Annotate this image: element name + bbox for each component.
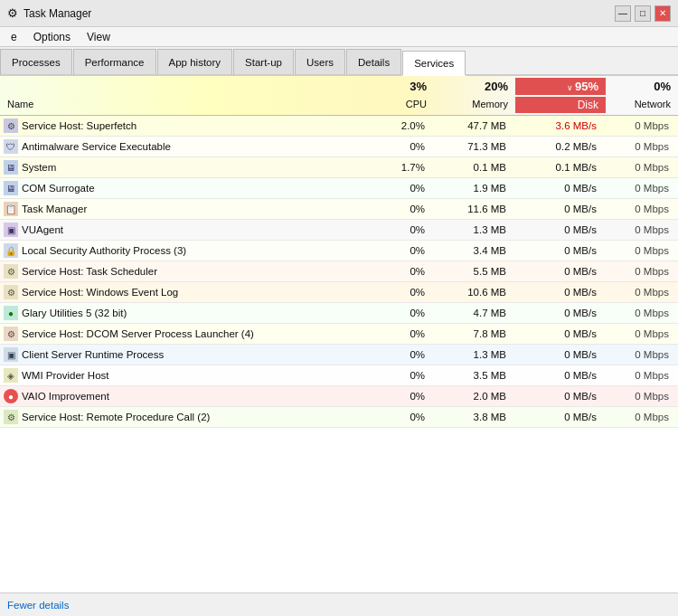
table-row[interactable]: ◈ WMI Provider Host 0% 3.5 MB 0 MB/s 0 M… — [0, 365, 678, 386]
process-memory: 0.1 MB — [434, 160, 515, 175]
process-cpu: 0% — [362, 139, 434, 154]
table-row[interactable]: ⚙ Service Host: DCOM Server Process Laun… — [0, 324, 678, 345]
table-row[interactable]: ▣ Client Server Runtime Process 0% 1.3 M… — [0, 345, 678, 365]
col-network-percent[interactable]: 0% — [606, 78, 678, 95]
process-name-label: VAIO Improvement — [22, 391, 109, 402]
process-disk: 0 MB/s — [515, 243, 606, 258]
process-cpu: 0% — [362, 306, 434, 320]
process-name-cell: ⚙ Service Host: DCOM Server Process Laun… — [0, 325, 362, 343]
process-name-cell: 🔒 Local Security Authority Process (3) — [0, 242, 362, 260]
process-name-cell: ⚙ Service Host: Windows Event Log — [0, 283, 362, 301]
process-network: 0 Mbps — [606, 368, 678, 383]
menu-item-options[interactable]: Options — [26, 29, 78, 45]
table-row[interactable]: ▣ VUAgent 0% 1.3 MB 0 MB/s 0 Mbps — [0, 220, 678, 241]
table-row[interactable]: ⚙ Service Host: Remote Procedure Call (2… — [0, 407, 678, 428]
col-cpu-percent[interactable]: 3% — [362, 78, 434, 95]
process-name-label: Service Host: Remote Procedure Call (2) — [22, 412, 210, 422]
table-row[interactable]: 🛡 Antimalware Service Executable 0% 71.3… — [0, 137, 678, 157]
process-name-label: Service Host: DCOM Server Process Launch… — [22, 328, 254, 339]
process-cpu: 2.0% — [362, 118, 434, 133]
process-icon: ▣ — [4, 347, 18, 362]
process-network: 0 Mbps — [606, 243, 678, 258]
tab-details[interactable]: Details — [346, 49, 401, 74]
process-icon: ⚙ — [4, 410, 18, 424]
process-memory: 5.5 MB — [434, 264, 515, 279]
process-icon: ⚙ — [4, 327, 18, 341]
process-disk: 3.6 MB/s — [515, 118, 606, 133]
table-row[interactable]: ⚙ Service Host: Windows Event Log 0% 10.… — [0, 282, 678, 303]
col-network-label[interactable]: Network — [606, 97, 678, 113]
menu-item-view[interactable]: View — [80, 29, 118, 45]
process-network: 0 Mbps — [606, 118, 678, 133]
fewer-details-link[interactable]: Fewer details — [7, 600, 69, 611]
table-row[interactable]: ⚙ Service Host: Superfetch 2.0% 47.7 MB … — [0, 116, 678, 137]
tabs-bar: Processes Performance App history Start-… — [0, 47, 678, 76]
process-memory: 1.3 MB — [434, 223, 515, 237]
process-disk: 0 MB/s — [515, 181, 606, 195]
table-row[interactable]: 🖥 COM Surrogate 0% 1.9 MB 0 MB/s 0 Mbps — [0, 178, 678, 199]
process-memory: 10.6 MB — [434, 285, 515, 299]
process-name-label: Antimalware Service Executable — [22, 141, 171, 152]
process-memory: 3.4 MB — [434, 243, 515, 258]
process-disk: 0 MB/s — [515, 306, 606, 320]
process-disk: 0 MB/s — [515, 202, 606, 216]
process-network: 0 Mbps — [606, 327, 678, 341]
process-icon: 🖥 — [4, 181, 18, 195]
process-network: 0 Mbps — [606, 181, 678, 195]
tab-app-history[interactable]: App history — [157, 49, 233, 74]
process-cpu: 0% — [362, 410, 434, 424]
app-title: Task Manager — [24, 7, 91, 20]
process-cpu: 0% — [362, 202, 434, 216]
tab-services[interactable]: Services — [402, 51, 466, 76]
col-disk-percent[interactable]: ∨95% — [515, 78, 606, 95]
process-icon: ▣ — [4, 223, 18, 237]
process-network: 0 Mbps — [606, 264, 678, 279]
process-memory: 71.3 MB — [434, 139, 515, 154]
maximize-button[interactable]: □ — [635, 5, 651, 22]
table-row[interactable]: ● Glary Utilities 5 (32 bit) 0% 4.7 MB 0… — [0, 303, 678, 324]
col-memory-percent[interactable]: 20% — [434, 78, 515, 95]
process-disk: 0.2 MB/s — [515, 139, 606, 154]
process-network: 0 Mbps — [606, 389, 678, 403]
title-bar: ⚙ Task Manager — □ ✕ — [0, 0, 678, 27]
table-row[interactable]: 📋 Task Manager 0% 11.6 MB 0 MB/s 0 Mbps — [0, 199, 678, 220]
process-name-label: VUAgent — [22, 224, 63, 235]
col-name-label[interactable]: Name — [0, 97, 362, 113]
tab-startup[interactable]: Start-up — [233, 49, 294, 74]
col-cpu-label[interactable]: CPU — [362, 97, 434, 113]
minimize-button[interactable]: — — [615, 5, 631, 22]
process-memory: 3.5 MB — [434, 368, 515, 383]
process-memory: 1.9 MB — [434, 181, 515, 195]
process-icon: ⚙ — [4, 285, 18, 299]
process-name-cell: ⚙ Service Host: Task Scheduler — [0, 262, 362, 280]
menu-item-e[interactable]: e — [4, 29, 24, 45]
tab-performance[interactable]: Performance — [73, 49, 156, 74]
process-name-label: Service Host: Task Scheduler — [22, 266, 157, 277]
table-row[interactable]: 🔒 Local Security Authority Process (3) 0… — [0, 241, 678, 261]
process-name-cell: 🖥 System — [0, 158, 362, 176]
tab-processes[interactable]: Processes — [0, 49, 72, 74]
process-name-cell: ⚙ Service Host: Remote Procedure Call (2… — [0, 408, 362, 426]
table-row[interactable]: ● VAIO Improvement 0% 2.0 MB 0 MB/s 0 Mb… — [0, 386, 678, 407]
app-icon: ⚙ — [7, 6, 18, 20]
process-icon: ● — [4, 306, 18, 320]
column-headers: 3% 20% ∨95% 0% Name CPU Memory Disk Netw… — [0, 76, 678, 116]
process-cpu: 0% — [362, 389, 434, 403]
tab-users[interactable]: Users — [295, 49, 345, 74]
process-disk: 0.1 MB/s — [515, 160, 606, 175]
col-disk-label[interactable]: Disk — [515, 97, 606, 113]
col-name-header[interactable] — [0, 78, 362, 95]
process-icon: 🖥 — [4, 160, 18, 175]
process-name-cell: ● VAIO Improvement — [0, 387, 362, 405]
process-memory: 47.7 MB — [434, 118, 515, 133]
col-memory-label[interactable]: Memory — [434, 97, 515, 113]
table-row[interactable]: ⚙ Service Host: Task Scheduler 0% 5.5 MB… — [0, 261, 678, 282]
process-cpu: 0% — [362, 347, 434, 362]
process-network: 0 Mbps — [606, 347, 678, 362]
close-button[interactable]: ✕ — [654, 5, 671, 22]
process-cpu: 0% — [362, 181, 434, 195]
process-name-cell: ▣ Client Server Runtime Process — [0, 346, 362, 364]
process-name-label: Service Host: Superfetch — [22, 120, 137, 131]
process-name-cell: ⚙ Service Host: Superfetch — [0, 117, 362, 135]
table-row[interactable]: 🖥 System 1.7% 0.1 MB 0.1 MB/s 0 Mbps — [0, 157, 678, 178]
